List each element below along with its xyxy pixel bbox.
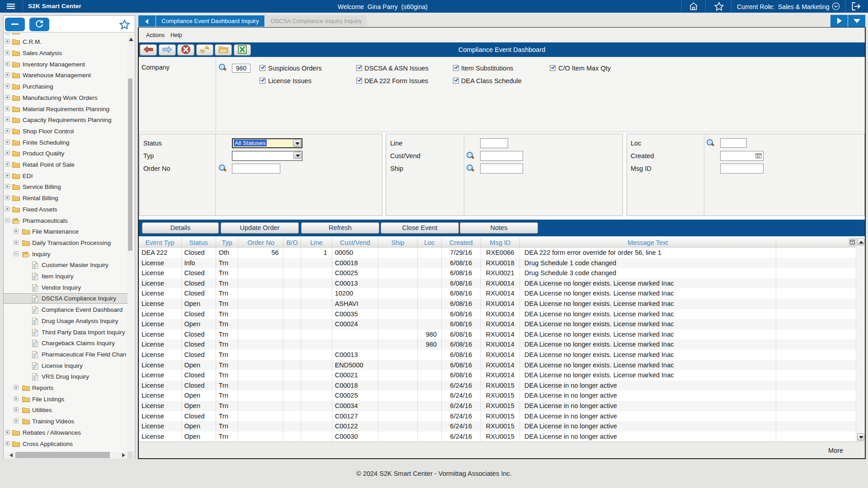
svg-text:31: 31 bbox=[757, 155, 760, 158]
